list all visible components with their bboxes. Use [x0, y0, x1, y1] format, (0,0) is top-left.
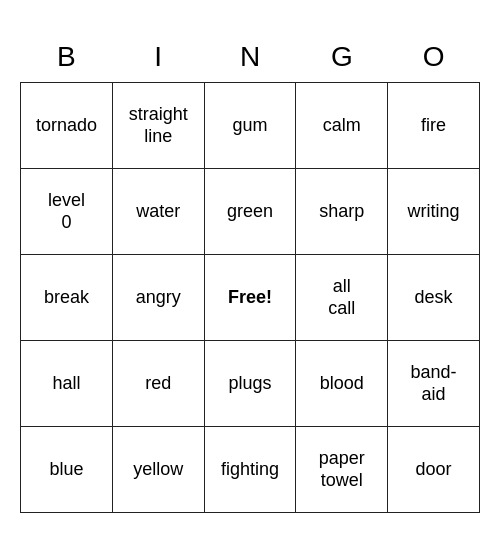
bingo-cell: Free!: [204, 255, 296, 341]
bingo-cell: fighting: [204, 427, 296, 513]
bingo-cell: straightline: [112, 83, 204, 169]
bingo-row: hallredplugsbloodband-aid: [21, 341, 480, 427]
bingo-row: tornadostraightlinegumcalmfire: [21, 83, 480, 169]
bingo-header-letter: G: [296, 31, 388, 83]
bingo-cell: plugs: [204, 341, 296, 427]
bingo-cell: hall: [21, 341, 113, 427]
bingo-row: level0watergreensharpwriting: [21, 169, 480, 255]
bingo-cell: papertowel: [296, 427, 388, 513]
bingo-header-letter: O: [388, 31, 480, 83]
bingo-cell: level0: [21, 169, 113, 255]
bingo-row: blueyellowfightingpapertoweldoor: [21, 427, 480, 513]
bingo-cell: calm: [296, 83, 388, 169]
bingo-cell: door: [388, 427, 480, 513]
bingo-header-letter: I: [112, 31, 204, 83]
bingo-cell: blue: [21, 427, 113, 513]
bingo-cell: fire: [388, 83, 480, 169]
bingo-cell: yellow: [112, 427, 204, 513]
bingo-cell: green: [204, 169, 296, 255]
bingo-cell: red: [112, 341, 204, 427]
bingo-header-letter: N: [204, 31, 296, 83]
bingo-cell: gum: [204, 83, 296, 169]
bingo-card: BINGO tornadostraightlinegumcalmfireleve…: [20, 31, 480, 514]
bingo-cell: sharp: [296, 169, 388, 255]
bingo-cell: writing: [388, 169, 480, 255]
bingo-cell: desk: [388, 255, 480, 341]
bingo-cell: blood: [296, 341, 388, 427]
bingo-cell: water: [112, 169, 204, 255]
bingo-cell: allcall: [296, 255, 388, 341]
bingo-cell: tornado: [21, 83, 113, 169]
bingo-header-letter: B: [21, 31, 113, 83]
bingo-cell: break: [21, 255, 113, 341]
bingo-row: breakangryFree!allcalldesk: [21, 255, 480, 341]
bingo-cell: band-aid: [388, 341, 480, 427]
bingo-cell: angry: [112, 255, 204, 341]
